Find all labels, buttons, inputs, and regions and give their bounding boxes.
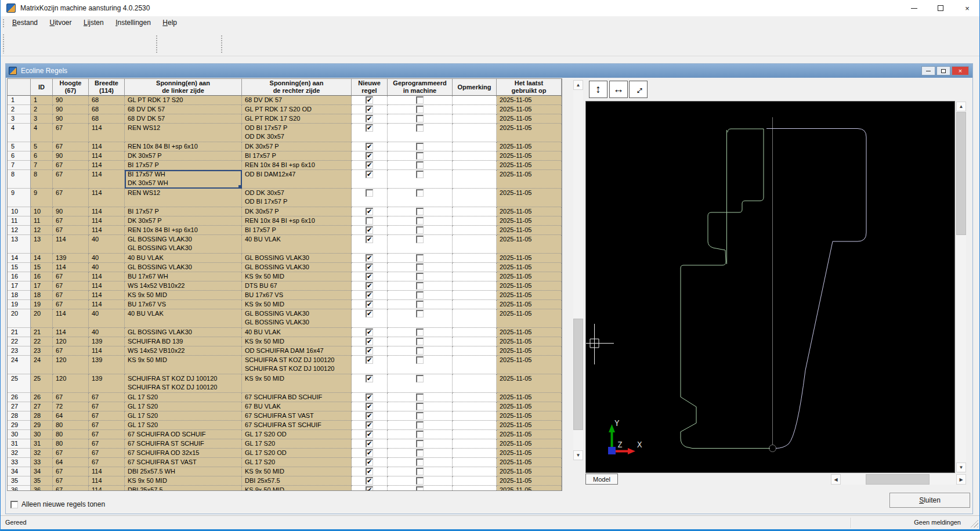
nieuwe-regel-cell[interactable] (352, 226, 388, 235)
scroll-down-icon[interactable]: ▼ (956, 463, 966, 472)
hoogte-cell[interactable]: 114 (53, 328, 89, 337)
nieuwe-regel-checkbox[interactable] (366, 208, 373, 215)
nieuwe-regel-cell[interactable] (352, 189, 388, 207)
row-number-cell[interactable]: 34 (8, 467, 31, 476)
hoogte-cell[interactable]: 114 (53, 263, 89, 272)
sponning-rechts-cell[interactable]: GL BOSSING VLAK30 (242, 254, 352, 263)
nieuwe-regel-cell[interactable] (352, 309, 388, 328)
opmerking-cell[interactable] (453, 170, 497, 189)
id-cell[interactable]: 14 (31, 254, 53, 263)
sponning-rechts-cell[interactable]: OD DK 30x57OD BI 17x57 P (242, 189, 352, 207)
geprogrammeerd-cell[interactable] (388, 411, 453, 421)
nieuwe-regel-cell[interactable] (352, 449, 388, 458)
datum-cell[interactable]: 2025-11-05 (497, 486, 562, 490)
sponning-rechts-cell[interactable]: 40 BU VLAK (242, 328, 352, 337)
datum-cell[interactable]: 2025-11-05 (497, 263, 562, 272)
id-cell[interactable]: 30 (31, 430, 53, 439)
id-cell[interactable]: 16 (31, 272, 53, 281)
sponning-rechts-cell[interactable]: GL 17 S20 (242, 439, 352, 449)
row-number-cell[interactable]: 4 (8, 124, 31, 142)
geprogrammeerd-checkbox[interactable] (416, 152, 424, 160)
nieuwe-regel-checkbox[interactable] (366, 161, 373, 169)
sponning-links-cell[interactable]: 67 SCHUIFRA OD SCHUIF (125, 430, 242, 439)
sponning-rechts-cell[interactable]: GL 17 S20 (242, 458, 352, 467)
child-restore-button[interactable] (936, 66, 950, 75)
hoogte-cell[interactable]: 114 (53, 235, 89, 254)
id-cell[interactable]: 8 (31, 170, 53, 189)
hoogte-cell[interactable]: 90 (53, 96, 89, 105)
nieuwe-regel-checkbox[interactable] (366, 171, 373, 178)
geprogrammeerd-checkbox[interactable] (416, 347, 424, 355)
geprogrammeerd-checkbox[interactable] (416, 412, 424, 420)
geprogrammeerd-cell[interactable] (388, 105, 453, 114)
geprogrammeerd-cell[interactable] (388, 281, 453, 291)
opmerking-cell[interactable] (453, 105, 497, 114)
sponning-rechts-cell[interactable]: 67 SCHUIFRA ST SCHUIF (242, 421, 352, 430)
row-number-cell[interactable]: 31 (8, 439, 31, 449)
scroll-up-icon[interactable]: ▲ (573, 80, 583, 90)
hoogte-cell[interactable]: 139 (53, 254, 89, 263)
breedte-cell[interactable]: 40 (89, 309, 125, 328)
geprogrammeerd-checkbox[interactable] (416, 208, 424, 215)
opmerking-cell[interactable] (453, 356, 497, 374)
row-number-cell[interactable]: 28 (8, 411, 31, 421)
nieuwe-regel-cell[interactable] (352, 170, 388, 189)
nieuwe-regel-cell[interactable] (352, 161, 388, 170)
id-cell[interactable]: 4 (31, 124, 53, 142)
datum-cell[interactable]: 2025-11-05 (497, 124, 562, 142)
geprogrammeerd-checkbox[interactable] (416, 217, 424, 225)
geprogrammeerd-checkbox[interactable] (416, 226, 424, 234)
geprogrammeerd-cell[interactable] (388, 439, 453, 449)
sponning-links-cell[interactable]: REN 10x 84 BI +sp 6x10 (125, 226, 242, 235)
opmerking-cell[interactable] (453, 337, 497, 346)
datum-cell[interactable]: 2025-11-05 (497, 439, 562, 449)
nieuwe-regel-checkbox[interactable] (366, 421, 373, 429)
datum-cell[interactable]: 2025-11-05 (497, 161, 562, 170)
hoogte-cell[interactable]: 67 (53, 142, 89, 151)
opmerking-cell[interactable] (453, 476, 497, 486)
geprogrammeerd-checkbox[interactable] (416, 440, 424, 447)
row-number-cell[interactable]: 7 (8, 161, 31, 170)
sponning-links-cell[interactable]: GL 17 S20 (125, 402, 242, 411)
scroll-up-icon[interactable]: ▲ (956, 102, 966, 111)
geprogrammeerd-cell[interactable] (388, 226, 453, 235)
id-cell[interactable]: 17 (31, 281, 53, 291)
opmerking-cell[interactable] (453, 124, 497, 142)
breedte-cell[interactable]: 114 (89, 216, 125, 226)
nieuwe-regel-cell[interactable] (352, 254, 388, 263)
breedte-cell[interactable]: 114 (89, 207, 125, 216)
hoogte-cell[interactable]: 67 (53, 161, 89, 170)
breedte-cell[interactable]: 114 (89, 300, 125, 309)
geprogrammeerd-cell[interactable] (388, 170, 453, 189)
nieuwe-regel-cell[interactable] (352, 142, 388, 151)
sponning-links-cell[interactable]: GL BOSSING VLAK30 (125, 263, 242, 272)
opmerking-cell[interactable] (453, 114, 497, 124)
hoogte-cell[interactable]: 67 (53, 467, 89, 476)
nieuwe-regel-checkbox[interactable] (366, 375, 373, 382)
menu-uitvoer[interactable]: Uitvoer (45, 16, 77, 29)
row-number-cell[interactable]: 20 (8, 309, 31, 328)
toolbar-grip[interactable] (2, 34, 5, 53)
fit-vertical-button[interactable]: ↕ (589, 81, 607, 98)
hoogte-cell[interactable]: 120 (53, 374, 89, 393)
nieuwe-regel-checkbox[interactable] (366, 254, 373, 262)
scrollbar-thumb[interactable] (866, 474, 930, 485)
geprogrammeerd-cell[interactable] (388, 272, 453, 281)
nieuwe-regel-checkbox[interactable] (366, 347, 373, 355)
sponning-links-cell[interactable]: KS 9x 50 MID (125, 356, 242, 374)
nieuwe-regel-checkbox[interactable] (366, 189, 373, 197)
sponning-links-cell[interactable]: KS 9x 50 MID (125, 476, 242, 486)
geprogrammeerd-checkbox[interactable] (416, 106, 424, 113)
geprogrammeerd-cell[interactable] (388, 421, 453, 430)
geprogrammeerd-checkbox[interactable] (416, 143, 424, 150)
column-header[interactable] (8, 79, 31, 96)
geprogrammeerd-checkbox[interactable] (416, 263, 424, 271)
opmerking-cell[interactable] (453, 226, 497, 235)
hoogte-cell[interactable]: 120 (53, 337, 89, 346)
row-number-cell[interactable]: 36 (8, 486, 31, 490)
hoogte-cell[interactable]: 90 (53, 207, 89, 216)
breedte-cell[interactable]: 114 (89, 281, 125, 291)
sluiten-button[interactable]: Sluiten (889, 493, 970, 508)
datum-cell[interactable]: 2025-11-05 (497, 170, 562, 189)
hoogte-cell[interactable]: 114 (53, 309, 89, 328)
